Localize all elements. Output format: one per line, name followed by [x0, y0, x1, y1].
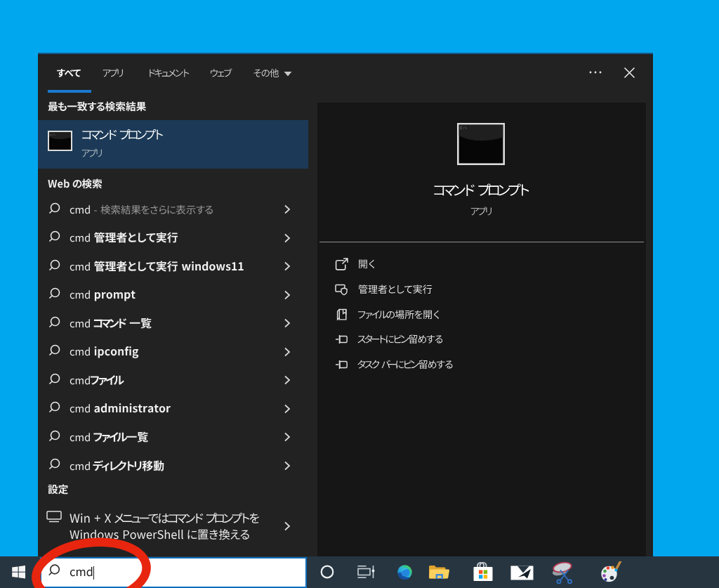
svg-text:C:\: C:\ [460, 126, 467, 131]
svg-text:C:\: C:\ [50, 133, 55, 136]
